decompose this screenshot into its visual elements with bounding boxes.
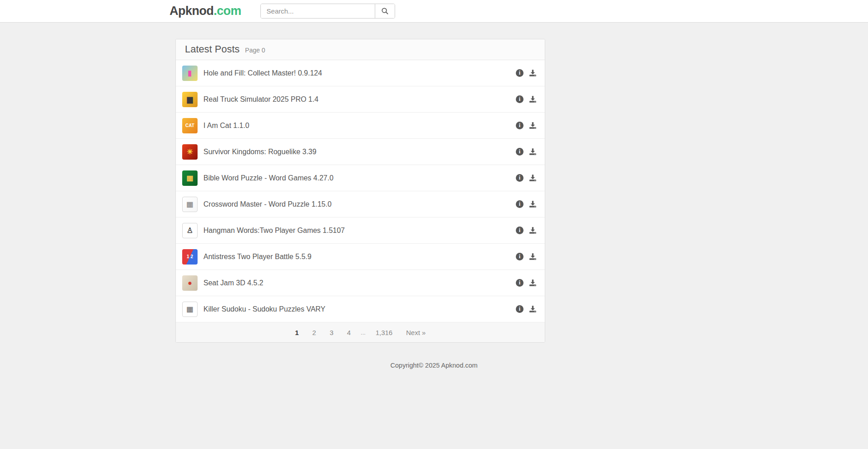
- magnifier-icon: [381, 7, 389, 15]
- post-title-link[interactable]: Killer Sudoku - Sudoku Puzzles VARY: [203, 305, 516, 313]
- row-actions: i: [516, 253, 537, 260]
- pagination-next[interactable]: Next »: [406, 329, 425, 336]
- row-actions: i: [516, 279, 537, 287]
- app-thumbnail-glyph: CAT: [185, 123, 194, 128]
- list-item: ● Seat Jam 3D 4.5.2 i: [176, 270, 545, 296]
- download-icon[interactable]: [529, 174, 537, 182]
- app-thumbnail: ▦: [182, 170, 198, 186]
- list-item: CAT I Am Cat 1.1.0 i: [176, 113, 545, 139]
- pagination-page-4[interactable]: 4: [347, 329, 350, 336]
- search-form: [260, 4, 395, 19]
- app-thumbnail-glyph: ●: [188, 279, 192, 287]
- info-icon[interactable]: i: [516, 279, 524, 287]
- download-icon[interactable]: [529, 253, 537, 260]
- list-item: ▦ Killer Sudoku - Sudoku Puzzles VARY i: [176, 296, 545, 322]
- panel-heading: Latest Posts Page 0: [176, 39, 545, 60]
- app-thumbnail-glyph: ♙: [187, 227, 193, 234]
- app-thumbnail-glyph: ▦: [186, 175, 193, 182]
- pagination-page-1,316[interactable]: 1,316: [376, 329, 393, 336]
- row-actions: i: [516, 305, 537, 313]
- download-icon[interactable]: [529, 200, 537, 208]
- app-thumbnail: ☀: [182, 144, 198, 160]
- app-thumbnail: CAT: [182, 118, 198, 133]
- post-title-link[interactable]: Real Truck Simulator 2025 PRO 1.4: [203, 95, 516, 104]
- info-icon[interactable]: i: [516, 148, 524, 156]
- pagination-page-2[interactable]: 2: [312, 329, 316, 336]
- list-item: ▮ Hole and Fill: Collect Master! 0.9.124…: [176, 60, 545, 86]
- download-icon[interactable]: [529, 279, 537, 287]
- list-item: ▦ Crossword Master - Word Puzzle 1.15.0 …: [176, 191, 545, 217]
- post-title-link[interactable]: Hole and Fill: Collect Master! 0.9.124: [203, 69, 516, 77]
- latest-posts-panel: Latest Posts Page 0 ▮ Hole and Fill: Col…: [175, 39, 545, 343]
- post-list: ▮ Hole and Fill: Collect Master! 0.9.124…: [176, 60, 545, 322]
- info-icon[interactable]: i: [516, 69, 524, 77]
- app-thumbnail: ●: [182, 275, 198, 291]
- list-item: ♙ Hangman Words:Two Player Games 1.5107 …: [176, 217, 545, 244]
- download-icon[interactable]: [529, 69, 537, 77]
- info-icon[interactable]: i: [516, 227, 524, 234]
- app-thumbnail: ♙: [182, 223, 198, 238]
- list-item: 1 2 Antistress Two Player Battle 5.5.9 i: [176, 244, 545, 270]
- page-indicator: Page 0: [245, 47, 265, 54]
- download-icon[interactable]: [529, 227, 537, 234]
- pagination-page-1[interactable]: 1: [295, 329, 298, 336]
- info-icon[interactable]: i: [516, 253, 524, 260]
- search-input[interactable]: [261, 4, 375, 18]
- site-header: Apknod.com: [0, 0, 868, 23]
- app-thumbnail-glyph: ▦: [186, 306, 193, 313]
- app-thumbnail: ▆: [182, 92, 198, 107]
- download-icon[interactable]: [529, 305, 537, 313]
- row-actions: i: [516, 122, 537, 129]
- app-thumbnail: 1 2: [182, 249, 198, 265]
- app-thumbnail-glyph: 1 2: [187, 255, 193, 259]
- post-title-link[interactable]: Bible Word Puzzle - Word Games 4.27.0: [203, 174, 516, 182]
- info-icon[interactable]: i: [516, 305, 524, 313]
- app-thumbnail: ▦: [182, 302, 198, 317]
- page-title: Latest Posts: [185, 43, 240, 55]
- pagination: 1234...1,316Next »: [176, 322, 545, 342]
- row-actions: i: [516, 148, 537, 156]
- app-thumbnail: ▮: [182, 66, 198, 81]
- list-item: ▦ Bible Word Puzzle - Word Games 4.27.0 …: [176, 165, 545, 191]
- row-actions: i: [516, 69, 537, 77]
- logo-text-primary: Apknod: [170, 4, 214, 18]
- app-thumbnail-glyph: ▮: [188, 70, 192, 77]
- post-title-link[interactable]: Hangman Words:Two Player Games 1.5107: [203, 227, 516, 235]
- info-icon[interactable]: i: [516, 122, 524, 129]
- post-title-link[interactable]: Antistress Two Player Battle 5.5.9: [203, 253, 516, 261]
- info-icon[interactable]: i: [516, 200, 524, 208]
- download-icon[interactable]: [529, 122, 537, 129]
- post-title-link[interactable]: Survivor Kingdoms: Roguelike 3.39: [203, 148, 516, 156]
- pagination-page-3[interactable]: 3: [330, 329, 333, 336]
- logo-text-suffix: .com: [214, 4, 241, 18]
- site-footer: Copyright© 2025 Apknod.com: [0, 362, 868, 369]
- site-logo[interactable]: Apknod.com: [170, 4, 241, 18]
- info-icon[interactable]: i: [516, 95, 524, 103]
- row-actions: i: [516, 227, 537, 234]
- list-item: ☀ Survivor Kingdoms: Roguelike 3.39 i: [176, 139, 545, 165]
- search-button[interactable]: [375, 4, 395, 18]
- post-title-link[interactable]: Crossword Master - Word Puzzle 1.15.0: [203, 200, 516, 208]
- download-icon[interactable]: [529, 148, 537, 156]
- pagination-ellipsis: ...: [361, 329, 366, 336]
- post-title-link[interactable]: I Am Cat 1.1.0: [203, 122, 516, 130]
- list-item: ▆ Real Truck Simulator 2025 PRO 1.4 i: [176, 86, 545, 113]
- app-thumbnail-glyph: ▆: [187, 96, 193, 103]
- copyright-text: Copyright© 2025 Apknod.com: [0, 362, 868, 369]
- app-thumbnail: ▦: [182, 197, 198, 212]
- app-thumbnail-glyph: ☀: [187, 148, 193, 156]
- row-actions: i: [516, 174, 537, 182]
- row-actions: i: [516, 95, 537, 103]
- download-icon[interactable]: [529, 95, 537, 103]
- app-thumbnail-glyph: ▦: [186, 201, 193, 208]
- row-actions: i: [516, 200, 537, 208]
- info-icon[interactable]: i: [516, 174, 524, 182]
- post-title-link[interactable]: Seat Jam 3D 4.5.2: [203, 279, 516, 287]
- main-content: Latest Posts Page 0 ▮ Hole and Fill: Col…: [0, 23, 868, 343]
